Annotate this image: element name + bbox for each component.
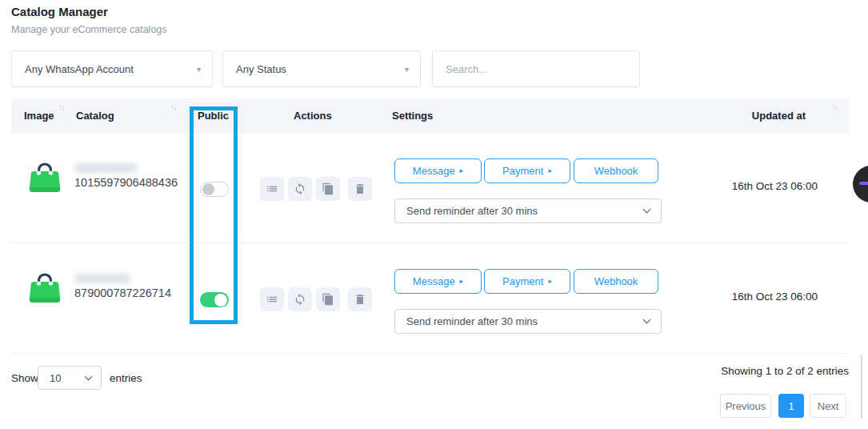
table-header: Image ↑↓ Catalog ↑↓ Public Actions Setti…: [11, 98, 849, 134]
page-size-select[interactable]: 10: [38, 366, 102, 390]
column-header-actions: Actions: [294, 110, 332, 122]
chevron-down-icon: [643, 206, 651, 214]
pagination-next-button[interactable]: Next: [810, 394, 846, 418]
copy-icon: [322, 293, 334, 306]
row-divider: [11, 243, 849, 243]
caret-down-icon: ▾: [197, 65, 201, 74]
toggle-knob: [214, 294, 227, 307]
message-button-label: Message: [413, 165, 455, 177]
message-button[interactable]: Message ▸: [394, 158, 482, 183]
chevron-down-icon: [643, 316, 651, 324]
entries-summary: Showing 1 to 2 of 2 entries: [721, 365, 849, 377]
list-icon: [266, 182, 278, 195]
catalog-id: 879000787226714: [74, 287, 171, 299]
page-subtitle: Manage your eCommerce catalogs: [11, 24, 167, 35]
column-header-catalog[interactable]: Catalog: [76, 110, 114, 122]
catalog-name-blurred: [74, 163, 137, 173]
column-header-settings: Settings: [392, 110, 433, 122]
column-header-image[interactable]: Image: [24, 110, 54, 122]
column-header-updated-at[interactable]: Updated at: [752, 110, 806, 122]
shopping-bag-icon: [26, 268, 64, 307]
entries-label: entries: [110, 372, 142, 384]
sync-icon: [294, 182, 306, 195]
toggle-knob: [202, 183, 214, 195]
scrollbar-thumb[interactable]: [861, 355, 862, 419]
caret-right-icon: ▸: [548, 278, 552, 285]
show-label: Show: [11, 372, 38, 384]
footer-divider: [11, 353, 849, 354]
list-icon: [266, 293, 278, 306]
payment-button-label: Payment: [502, 165, 543, 177]
updated-at-value: 16th Oct 23 06:00: [732, 180, 818, 192]
catalog-manager-page: Catalog Manager Manage your eCommerce ca…: [0, 0, 868, 429]
caret-right-icon: ▸: [460, 278, 464, 285]
trash-icon: [354, 182, 366, 195]
webhook-button[interactable]: Webhook: [574, 269, 658, 294]
reminder-select-value: Send reminder after 30 mins: [406, 205, 538, 217]
copy-icon: [322, 182, 334, 195]
message-button-label: Message: [413, 275, 455, 287]
trash-icon: [354, 293, 366, 306]
delete-button[interactable]: [348, 287, 372, 311]
caret-right-icon: ▸: [548, 167, 552, 174]
reminder-select[interactable]: Send reminder after 30 mins: [394, 198, 662, 223]
payment-button[interactable]: Payment ▸: [484, 269, 570, 294]
sort-icon[interactable]: ↑↓: [58, 103, 64, 111]
payment-button[interactable]: Payment ▸: [484, 158, 570, 183]
whatsapp-account-select-value: Any WhatsApp Account: [25, 63, 134, 75]
table-row: 1015597906488436 Message ▸ Payment ▸ Web…: [11, 134, 849, 243]
search-input[interactable]: [432, 50, 640, 87]
updated-at-value: 16th Oct 23 06:00: [732, 291, 818, 303]
reminder-select[interactable]: Send reminder after 30 mins: [394, 309, 662, 334]
duplicate-button[interactable]: [316, 287, 340, 311]
whatsapp-account-select[interactable]: Any WhatsApp Account ▾: [11, 50, 213, 87]
webhook-button-label: Webhook: [594, 165, 638, 177]
shopping-bag-icon: [26, 158, 64, 196]
sort-icon[interactable]: ↑↓: [170, 103, 176, 111]
list-details-button[interactable]: [260, 177, 284, 201]
sync-button[interactable]: [288, 177, 312, 201]
status-select-value: Any Status: [236, 63, 286, 75]
floating-widget-button[interactable]: [853, 166, 868, 202]
caret-right-icon: ▸: [460, 167, 464, 174]
list-details-button[interactable]: [260, 287, 284, 311]
pagination-current-page[interactable]: 1: [778, 394, 804, 418]
webhook-button[interactable]: Webhook: [574, 158, 658, 183]
public-toggle[interactable]: [200, 182, 229, 197]
caret-down-icon: ▾: [405, 65, 409, 74]
status-select[interactable]: Any Status ▾: [222, 50, 421, 87]
reminder-select-value: Send reminder after 30 mins: [406, 315, 538, 327]
payment-button-label: Payment: [502, 275, 543, 287]
duplicate-button[interactable]: [316, 177, 340, 201]
page-title: Catalog Manager: [11, 5, 108, 18]
webhook-button-label: Webhook: [594, 275, 638, 287]
pagination-previous-button[interactable]: Previous: [720, 394, 771, 418]
sync-button[interactable]: [288, 287, 312, 311]
delete-button[interactable]: [348, 177, 372, 201]
catalog-id: 1015597906488436: [74, 176, 178, 189]
sync-icon: [294, 293, 306, 306]
message-button[interactable]: Message ▸: [394, 269, 482, 294]
widget-dash-icon: [859, 182, 868, 185]
public-toggle[interactable]: [200, 292, 229, 307]
catalog-name-blurred: [74, 274, 130, 283]
column-header-public[interactable]: Public: [198, 110, 229, 122]
chevron-down-icon: [85, 372, 93, 380]
table-row: 879000787226714 Message ▸ Payment ▸ Webh…: [11, 244, 849, 353]
sort-icon[interactable]: ↑↓: [832, 103, 838, 111]
page-size-value: 10: [50, 372, 61, 384]
